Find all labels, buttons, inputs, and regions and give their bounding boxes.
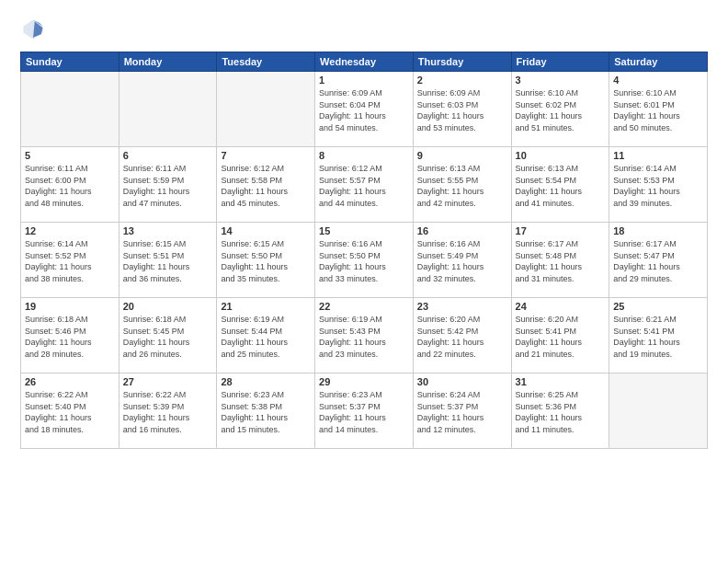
- calendar-cell: 15Sunrise: 6:16 AM Sunset: 5:50 PM Dayli…: [315, 223, 414, 298]
- calendar-cell: 31Sunrise: 6:25 AM Sunset: 5:36 PM Dayli…: [511, 373, 609, 449]
- calendar-cell: 29Sunrise: 6:23 AM Sunset: 5:37 PM Dayli…: [315, 373, 414, 449]
- day-number: 17: [516, 225, 606, 236]
- day-number: 22: [319, 301, 409, 312]
- day-number: 31: [516, 376, 606, 387]
- day-info: Sunrise: 6:17 AM Sunset: 5:47 PM Dayligh…: [613, 238, 703, 284]
- weekday-header-row: SundayMondayTuesdayWednesdayThursdayFrid…: [21, 52, 708, 72]
- day-info: Sunrise: 6:14 AM Sunset: 5:53 PM Dayligh…: [613, 163, 703, 209]
- calendar-cell: 9Sunrise: 6:13 AM Sunset: 5:55 PM Daylig…: [413, 147, 511, 223]
- day-number: 26: [25, 376, 115, 387]
- day-info: Sunrise: 6:18 AM Sunset: 5:45 PM Dayligh…: [123, 314, 213, 360]
- day-info: Sunrise: 6:11 AM Sunset: 5:59 PM Dayligh…: [123, 163, 213, 209]
- weekday-header-thursday: Thursday: [413, 52, 511, 72]
- calendar-cell: 5Sunrise: 6:11 AM Sunset: 6:00 PM Daylig…: [21, 147, 119, 223]
- week-row-3: 19Sunrise: 6:18 AM Sunset: 5:46 PM Dayli…: [21, 298, 708, 373]
- calendar-cell: 17Sunrise: 6:17 AM Sunset: 5:48 PM Dayli…: [511, 223, 609, 298]
- day-number: 29: [319, 376, 409, 387]
- day-number: 13: [123, 225, 213, 236]
- weekday-header-friday: Friday: [511, 52, 609, 72]
- header: [20, 17, 708, 42]
- calendar-cell: 16Sunrise: 6:16 AM Sunset: 5:49 PM Dayli…: [413, 223, 511, 298]
- day-number: 28: [221, 376, 311, 387]
- day-info: Sunrise: 6:09 AM Sunset: 6:04 PM Dayligh…: [319, 87, 409, 133]
- calendar: SundayMondayTuesdayWednesdayThursdayFrid…: [20, 52, 708, 449]
- calendar-cell: 25Sunrise: 6:21 AM Sunset: 5:41 PM Dayli…: [609, 298, 708, 373]
- day-info: Sunrise: 6:12 AM Sunset: 5:57 PM Dayligh…: [319, 163, 409, 209]
- day-info: Sunrise: 6:10 AM Sunset: 6:02 PM Dayligh…: [516, 87, 606, 133]
- day-info: Sunrise: 6:11 AM Sunset: 6:00 PM Dayligh…: [25, 163, 115, 209]
- calendar-cell: 13Sunrise: 6:15 AM Sunset: 5:51 PM Dayli…: [119, 223, 217, 298]
- calendar-cell: 28Sunrise: 6:23 AM Sunset: 5:38 PM Dayli…: [217, 373, 315, 449]
- day-number: 7: [221, 150, 311, 161]
- calendar-cell: 8Sunrise: 6:12 AM Sunset: 5:57 PM Daylig…: [315, 147, 414, 223]
- week-row-0: 1Sunrise: 6:09 AM Sunset: 6:04 PM Daylig…: [21, 72, 708, 147]
- calendar-cell: 24Sunrise: 6:20 AM Sunset: 5:41 PM Dayli…: [511, 298, 609, 373]
- calendar-cell: 19Sunrise: 6:18 AM Sunset: 5:46 PM Dayli…: [21, 298, 119, 373]
- calendar-cell: 3Sunrise: 6:10 AM Sunset: 6:02 PM Daylig…: [511, 72, 609, 147]
- day-number: 4: [613, 75, 703, 86]
- day-number: 15: [319, 225, 409, 236]
- day-info: Sunrise: 6:24 AM Sunset: 5:37 PM Dayligh…: [417, 389, 507, 435]
- day-number: 16: [417, 225, 507, 236]
- calendar-cell: 4Sunrise: 6:10 AM Sunset: 6:01 PM Daylig…: [609, 72, 708, 147]
- calendar-cell: 6Sunrise: 6:11 AM Sunset: 5:59 PM Daylig…: [119, 147, 217, 223]
- calendar-cell: 26Sunrise: 6:22 AM Sunset: 5:40 PM Dayli…: [21, 373, 119, 449]
- calendar-cell: 20Sunrise: 6:18 AM Sunset: 5:45 PM Dayli…: [119, 298, 217, 373]
- day-info: Sunrise: 6:20 AM Sunset: 5:42 PM Dayligh…: [417, 314, 507, 360]
- calendar-cell: 23Sunrise: 6:20 AM Sunset: 5:42 PM Dayli…: [413, 298, 511, 373]
- day-info: Sunrise: 6:23 AM Sunset: 5:38 PM Dayligh…: [221, 389, 311, 435]
- calendar-cell: 21Sunrise: 6:19 AM Sunset: 5:44 PM Dayli…: [217, 298, 315, 373]
- day-info: Sunrise: 6:16 AM Sunset: 5:50 PM Dayligh…: [319, 238, 409, 284]
- weekday-header-sunday: Sunday: [21, 52, 119, 72]
- day-number: 12: [25, 225, 115, 236]
- calendar-cell: 14Sunrise: 6:15 AM Sunset: 5:50 PM Dayli…: [217, 223, 315, 298]
- calendar-cell: 12Sunrise: 6:14 AM Sunset: 5:52 PM Dayli…: [21, 223, 119, 298]
- day-info: Sunrise: 6:15 AM Sunset: 5:51 PM Dayligh…: [123, 238, 213, 284]
- calendar-cell: 11Sunrise: 6:14 AM Sunset: 5:53 PM Dayli…: [609, 147, 708, 223]
- day-info: Sunrise: 6:18 AM Sunset: 5:46 PM Dayligh…: [25, 314, 115, 360]
- day-info: Sunrise: 6:19 AM Sunset: 5:44 PM Dayligh…: [221, 314, 311, 360]
- page: SundayMondayTuesdayWednesdayThursdayFrid…: [0, 0, 728, 563]
- day-info: Sunrise: 6:15 AM Sunset: 5:50 PM Dayligh…: [221, 238, 311, 284]
- day-number: 8: [319, 150, 409, 161]
- day-info: Sunrise: 6:13 AM Sunset: 5:55 PM Dayligh…: [417, 163, 507, 209]
- day-info: Sunrise: 6:19 AM Sunset: 5:43 PM Dayligh…: [319, 314, 409, 360]
- day-number: 14: [221, 225, 311, 236]
- day-info: Sunrise: 6:12 AM Sunset: 5:58 PM Dayligh…: [221, 163, 311, 209]
- day-number: 18: [613, 225, 703, 236]
- calendar-cell: [609, 373, 708, 449]
- day-info: Sunrise: 6:17 AM Sunset: 5:48 PM Dayligh…: [516, 238, 606, 284]
- day-number: 6: [123, 150, 213, 161]
- calendar-cell: [119, 72, 217, 147]
- calendar-cell: [217, 72, 315, 147]
- weekday-header-saturday: Saturday: [609, 52, 708, 72]
- day-number: 9: [417, 150, 507, 161]
- day-number: 25: [613, 301, 703, 312]
- day-info: Sunrise: 6:23 AM Sunset: 5:37 PM Dayligh…: [319, 389, 409, 435]
- day-info: Sunrise: 6:22 AM Sunset: 5:40 PM Dayligh…: [25, 389, 115, 435]
- day-number: 3: [516, 75, 606, 86]
- day-info: Sunrise: 6:10 AM Sunset: 6:01 PM Dayligh…: [613, 87, 703, 133]
- logo-icon: [20, 17, 46, 42]
- day-info: Sunrise: 6:25 AM Sunset: 5:36 PM Dayligh…: [516, 389, 606, 435]
- day-number: 1: [319, 75, 409, 86]
- week-row-4: 26Sunrise: 6:22 AM Sunset: 5:40 PM Dayli…: [21, 373, 708, 449]
- day-number: 2: [417, 75, 507, 86]
- day-number: 30: [417, 376, 507, 387]
- weekday-header-monday: Monday: [119, 52, 217, 72]
- calendar-cell: [21, 72, 119, 147]
- day-number: 23: [417, 301, 507, 312]
- logo: [20, 17, 50, 42]
- day-number: 5: [25, 150, 115, 161]
- day-info: Sunrise: 6:22 AM Sunset: 5:39 PM Dayligh…: [123, 389, 213, 435]
- calendar-cell: 18Sunrise: 6:17 AM Sunset: 5:47 PM Dayli…: [609, 223, 708, 298]
- calendar-cell: 22Sunrise: 6:19 AM Sunset: 5:43 PM Dayli…: [315, 298, 414, 373]
- day-number: 10: [516, 150, 606, 161]
- day-info: Sunrise: 6:13 AM Sunset: 5:54 PM Dayligh…: [516, 163, 606, 209]
- day-info: Sunrise: 6:16 AM Sunset: 5:49 PM Dayligh…: [417, 238, 507, 284]
- week-row-2: 12Sunrise: 6:14 AM Sunset: 5:52 PM Dayli…: [21, 223, 708, 298]
- day-number: 20: [123, 301, 213, 312]
- calendar-cell: 1Sunrise: 6:09 AM Sunset: 6:04 PM Daylig…: [315, 72, 414, 147]
- day-number: 21: [221, 301, 311, 312]
- weekday-header-tuesday: Tuesday: [217, 52, 315, 72]
